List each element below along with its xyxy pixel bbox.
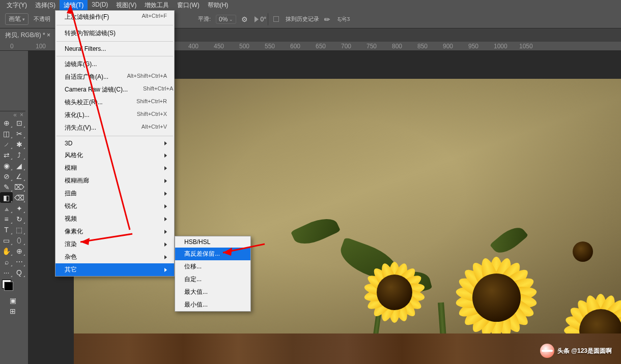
menu-item[interactable]: 自定... xyxy=(175,273,250,286)
menu-item[interactable]: Camera Raw 滤镜(C)...Shift+Ctrl+A xyxy=(55,83,174,96)
smoothing-value[interactable]: 0% ⌄ xyxy=(216,15,236,24)
smoothing-label: 平滑: xyxy=(198,15,211,23)
tool-button[interactable]: ≡ xyxy=(0,214,13,224)
menu-item[interactable]: 模糊 xyxy=(55,162,174,174)
tools-panel-header[interactable]: «× xyxy=(0,111,25,117)
menu-item[interactable]: 滤镜库(G)... xyxy=(55,58,174,71)
menu-item[interactable]: 风格化 xyxy=(55,149,174,162)
gear-icon[interactable] xyxy=(241,15,249,23)
tool-button[interactable]: ⬯ xyxy=(13,235,25,246)
screen-mode-icon[interactable]: ⊞ xyxy=(0,306,25,316)
ruler-tick: 0 xyxy=(10,43,14,50)
tool-button[interactable]: ⊡ xyxy=(13,117,25,128)
tool-button[interactable]: ⌦ xyxy=(13,181,25,192)
menu-item[interactable]: HSB/HSL xyxy=(175,236,250,248)
tool-button[interactable]: ⊕ xyxy=(0,117,13,128)
quick-mask-icon[interactable]: ▣ xyxy=(0,295,25,306)
tool-button[interactable]: ⇄ xyxy=(0,149,13,160)
watermark-text: 头条 @123是圆圆啊 xyxy=(557,347,612,355)
menu-item[interactable]: 最小值... xyxy=(175,298,250,311)
menu-item[interactable]: 上次滤镜操作(F)Alt+Ctrl+F xyxy=(55,11,174,23)
menu-item[interactable]: 消失点(V)...Alt+Ctrl+V xyxy=(55,122,174,134)
tool-button[interactable]: ⊕ xyxy=(13,246,25,256)
butterfly-icon[interactable] xyxy=(337,15,346,23)
filter-menu: 上次滤镜操作(F)Alt+Ctrl+F转换为智能滤镜(S)Neural Filt… xyxy=(55,10,175,277)
tool-button[interactable]: ∠ xyxy=(13,171,25,181)
tool-button[interactable]: ⟋ xyxy=(0,139,13,149)
menu-filter[interactable]: 滤镜(T) xyxy=(60,0,88,10)
menu-item[interactable]: 位移... xyxy=(175,260,250,273)
menu-item[interactable]: 最大值... xyxy=(175,286,250,298)
tool-button[interactable]: ⬚ xyxy=(13,224,25,235)
tool-button[interactable]: ✋ xyxy=(0,246,13,256)
menu-3d[interactable]: 3D(D) xyxy=(88,0,112,10)
chevron-right-icon xyxy=(164,192,167,196)
history-label: 抹到历史记录 xyxy=(286,15,319,23)
ruler-tick: 750 xyxy=(366,43,377,50)
menu-item[interactable]: 像素化 xyxy=(55,225,174,238)
paint-icon[interactable] xyxy=(324,15,332,23)
tool-button[interactable]: ↻ xyxy=(13,214,25,224)
brush-angle[interactable]: 0° xyxy=(255,15,263,23)
menu-item[interactable]: 其它 xyxy=(55,263,174,276)
menu-separator xyxy=(57,136,173,136)
tool-button[interactable]: ✦ xyxy=(13,203,25,214)
menu-view[interactable]: 视图(V) xyxy=(112,0,140,10)
menu-item[interactable]: 渲染 xyxy=(55,238,174,251)
tool-button[interactable]: ◧ xyxy=(0,192,13,203)
tool-button[interactable]: ◉ xyxy=(0,160,13,171)
opacity-label: 不透明 xyxy=(34,15,50,23)
chevron-right-icon xyxy=(164,166,167,170)
menu-item[interactable]: 镜头校正(R)...Shift+Ctrl+R xyxy=(55,96,174,109)
chevron-right-icon xyxy=(164,179,167,183)
menu-separator xyxy=(57,25,173,25)
menu-item[interactable]: 3D xyxy=(55,138,174,149)
tool-button[interactable]: ✂ xyxy=(13,128,25,139)
menu-item[interactable]: 锐化 xyxy=(55,200,174,213)
color-swatches[interactable] xyxy=(0,278,25,295)
history-checkbox[interactable] xyxy=(273,16,279,22)
tool-button[interactable]: ◫ xyxy=(0,128,13,139)
document-tab[interactable]: 拷贝, RGB/8) * × xyxy=(0,28,56,42)
tool-button[interactable]: ⋯ xyxy=(13,256,25,267)
tool-button[interactable]: Q xyxy=(13,267,25,278)
tool-button[interactable]: ⊘ xyxy=(0,171,13,181)
menu-separator xyxy=(57,41,173,42)
menu-plugins[interactable]: 增效工具 xyxy=(140,0,173,10)
ruler-tick: 500 xyxy=(239,43,249,50)
tool-button[interactable]: ⤴ xyxy=(13,149,25,160)
tool-button[interactable]: ⟁ xyxy=(0,203,13,214)
tool-button[interactable]: ✱ xyxy=(13,139,25,149)
tool-button[interactable]: ✎ xyxy=(0,181,13,192)
menu-window[interactable]: 窗口(W) xyxy=(173,0,203,10)
tool-preset-picker[interactable]: 画笔▾ xyxy=(5,13,29,25)
tool-button[interactable]: ⌕ xyxy=(0,256,13,267)
menu-item[interactable]: 模糊画廊 xyxy=(55,174,174,187)
menu-item[interactable]: 转换为智能滤镜(S) xyxy=(55,27,174,40)
ruler-tick: 700 xyxy=(341,43,351,50)
chevron-right-icon xyxy=(164,154,167,158)
menu-item[interactable]: Neural Filters... xyxy=(55,43,174,54)
ruler-tick: 550 xyxy=(265,43,275,50)
tool-button[interactable]: ▭ xyxy=(0,235,13,246)
menu-item[interactable]: 高反差保留... xyxy=(175,248,250,260)
menu-item[interactable]: 杂色 xyxy=(55,251,174,263)
menu-text[interactable]: 文字(Y) xyxy=(3,0,31,10)
ruler-tick: 950 xyxy=(468,43,478,50)
menu-separator xyxy=(57,56,173,56)
menu-item[interactable]: 液化(L)...Shift+Ctrl+X xyxy=(55,109,174,122)
menu-select[interactable]: 选择(S) xyxy=(31,0,60,10)
separator xyxy=(268,13,268,25)
tool-button[interactable]: ⌫ xyxy=(13,192,25,203)
ruler-tick: 1000 xyxy=(494,43,507,50)
tool-button[interactable]: ◢ xyxy=(13,160,25,171)
menu-item[interactable]: 视频 xyxy=(55,213,174,225)
menu-help[interactable]: 帮助(H) xyxy=(204,0,233,10)
menu-item[interactable]: 自适应广角(A)...Alt+Shift+Ctrl+A xyxy=(55,71,174,83)
tool-button[interactable]: T xyxy=(0,224,13,235)
chevron-right-icon xyxy=(164,141,167,145)
watermark: 头条 @123是圆圆啊 xyxy=(540,344,612,358)
ruler-tick: 1050 xyxy=(519,43,533,50)
tool-button[interactable]: ··· xyxy=(0,267,13,278)
menu-item[interactable]: 扭曲 xyxy=(55,187,174,200)
